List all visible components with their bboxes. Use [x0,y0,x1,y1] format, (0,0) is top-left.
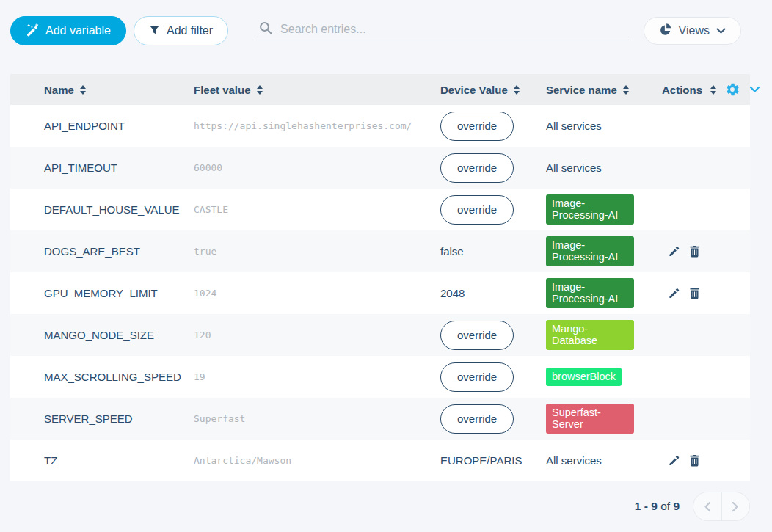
service-badge: browserBlock [546,368,622,387]
chevron-down-icon [716,24,726,37]
table-body: API_ENDPOINThttps://api.singlehashenterp… [10,105,750,481]
device-value: false [440,245,546,258]
variables-table: Name Fleet value Device Value Service na… [10,74,750,481]
variable-name: GPU_MEMORY_LIMIT [44,287,194,299]
column-label: Name [44,84,74,96]
service-name: All services [546,120,662,132]
sort-icon [710,85,717,95]
override-button[interactable]: override [440,195,514,225]
edit-pencil-icon[interactable] [666,285,682,301]
delete-trash-icon[interactable] [688,453,702,468]
column-header-name[interactable]: Name [44,84,194,96]
variable-name: DOGS_ARE_BEST [44,245,194,258]
variable-name: TZ [44,454,194,467]
collapse-chevron-down-icon[interactable] [748,84,762,95]
override-button[interactable]: override [440,112,514,141]
device-value: 2048 [440,287,546,299]
magic-wand-icon [26,23,39,40]
pagination-range-text: 1 - 9 of 9 [635,500,680,513]
service-badge: Image-Processing-AI [546,194,634,225]
pager [693,492,750,521]
device-value: EUROPE/PARIS [440,454,546,467]
variable-name: API_ENDPOINT [44,120,194,132]
edit-pencil-icon[interactable] [666,244,682,259]
variable-name: MANGO_NODE_SIZE [44,329,194,341]
add-variable-button[interactable]: Add variable [10,16,126,45]
variable-name: SERVER_SPEED [44,412,194,425]
table-row: DOGS_ARE_BESTtruefalseImage-Processing-A… [10,230,750,272]
column-label: Actions [662,84,702,96]
add-filter-button[interactable]: Add filter [134,16,228,45]
pagination-of-label: of [660,500,670,512]
override-button[interactable]: override [440,321,514,350]
table-row: DEFAULT_HOUSE_VALUECASTLEoverrideImage-P… [10,189,750,230]
table-row: API_TIMEOUT60000overrideAll services [10,147,750,189]
override-button[interactable]: override [440,404,514,434]
columns-settings-gear-icon[interactable] [724,81,740,98]
variable-name: DEFAULT_HOUSE_VALUE [44,203,194,216]
service-badge: Image-Processing-AI [546,236,634,266]
pagination-total: 9 [673,500,680,512]
fleet-value: 1024 [194,288,440,299]
service-name: All services [546,161,662,174]
sort-icon [79,85,87,95]
toolbar: Add variable Add filter Vie [0,0,772,45]
fleet-value: CASTLE [194,204,440,215]
column-label: Device Value [440,84,508,96]
views-button[interactable]: Views [644,17,741,45]
column-header-device-value[interactable]: Device Value [440,84,546,96]
fleet-value: https://api.singlehashenterprises.com/ [194,120,440,131]
filter-funnel-icon [149,24,160,38]
override-button[interactable]: override [440,153,514,183]
pie-chart-icon [659,23,672,39]
variable-name: MAX_SCROLLING_SPEED [44,371,194,383]
sort-icon [622,85,630,95]
table-header: Name Fleet value Device Value Service na… [10,74,750,105]
add-variable-label: Add variable [45,24,111,37]
add-filter-label: Add filter [167,24,213,37]
row-actions [662,244,750,259]
sort-icon [256,85,263,95]
override-button[interactable]: override [440,362,514,392]
search-field [256,21,629,40]
sort-icon [513,85,520,95]
table-row: SERVER_SPEEDSuperfastoverrideSuperfast-S… [10,398,750,440]
table-row: TZAntarctica/MawsonEUROPE/PARISAll servi… [10,440,750,481]
service-badge: Superfast-Server [546,404,634,434]
column-header-actions[interactable]: Actions [662,81,762,98]
variable-name: API_TIMEOUT [44,161,194,174]
fleet-value: Superfast [194,413,440,424]
fleet-value: 60000 [194,162,440,173]
pagination: 1 - 9 of 9 [10,492,750,521]
column-label: Service name [546,84,617,96]
fleet-value: 120 [194,329,440,340]
next-page-button[interactable] [721,492,750,520]
service-badge: Mango-Database [546,320,634,350]
table-row: GPU_MEMORY_LIMIT10242048Image-Processing… [10,272,750,314]
previous-page-button[interactable] [693,492,721,520]
row-actions [662,285,750,301]
fleet-value: Antarctica/Mawson [194,455,440,466]
table-row: MANGO_NODE_SIZE120overrideMango-Database [10,314,750,356]
column-header-fleet-value[interactable]: Fleet value [194,84,440,96]
service-badge: Image-Processing-AI [546,278,634,308]
pagination-range: 1 - 9 [635,500,658,512]
row-actions [662,453,750,468]
fleet-value: 19 [194,371,440,382]
fleet-value: true [194,246,440,257]
table-row: MAX_SCROLLING_SPEED19overridebrowserBloc… [10,356,750,398]
views-label: Views [679,24,710,37]
delete-trash-icon[interactable] [688,285,702,301]
search-icon [259,21,272,37]
delete-trash-icon[interactable] [688,244,702,259]
column-label: Fleet value [194,84,251,96]
search-input[interactable] [280,23,627,36]
edit-pencil-icon[interactable] [666,453,682,468]
service-name: All services [546,454,662,467]
table-row: API_ENDPOINThttps://api.singlehashenterp… [10,105,750,147]
column-header-service-name[interactable]: Service name [546,84,662,96]
